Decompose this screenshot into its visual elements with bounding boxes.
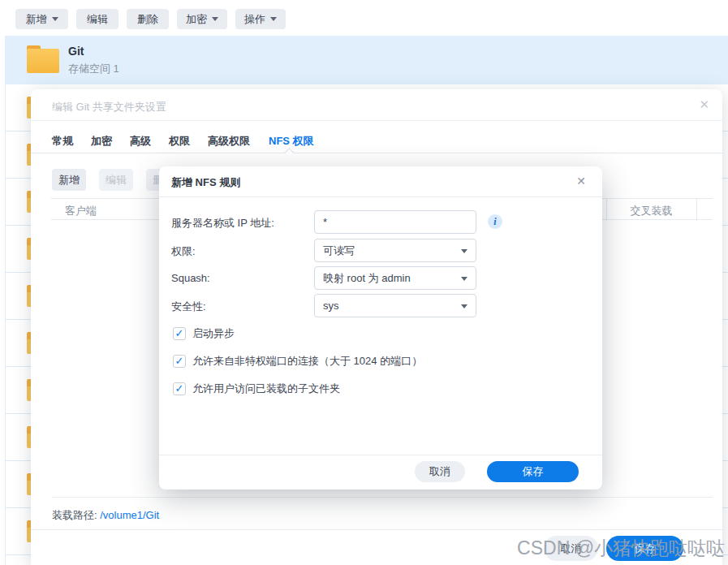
modal-save-button[interactable]: 保存 bbox=[487, 461, 579, 482]
chevron-down-icon bbox=[270, 17, 277, 21]
edit-button[interactable]: 编辑 bbox=[76, 9, 118, 29]
checkbox-check-icon: ✓ bbox=[173, 327, 186, 340]
privilege-select-value: 可读写 bbox=[323, 244, 355, 258]
add-nfs-rule-modal: 新增 NFS 规则 ✕ 服务器名称或 IP 地址: i 权限: 可读写 Squa… bbox=[159, 166, 602, 490]
column-header-crossmnt[interactable]: 交叉装载 bbox=[606, 204, 696, 218]
mount-path-link[interactable]: /volume1/Git bbox=[100, 509, 159, 521]
dialog-save-button[interactable]: 保存 bbox=[606, 536, 683, 561]
crossmnt-checkbox[interactable]: ✓ 允许用户访问已装载的子文件夹 bbox=[173, 382, 340, 396]
chevron-down-icon bbox=[212, 17, 218, 21]
tab-advanced[interactable]: 高级 bbox=[130, 134, 151, 149]
folder-name: Git bbox=[68, 45, 84, 58]
tab-advanced-permission[interactable]: 高级权限 bbox=[208, 134, 250, 149]
nonprivileged-port-checkbox-label: 允许来自非特权端口的连接（大于 1024 的端口） bbox=[192, 354, 422, 369]
column-divider bbox=[696, 199, 697, 221]
folder-row-git[interactable]: Git 存储空间 1 bbox=[5, 36, 728, 84]
delete-button-label: 删除 bbox=[137, 12, 158, 27]
divider bbox=[52, 497, 713, 498]
privilege-select[interactable]: 可读写 bbox=[314, 239, 476, 262]
squash-label: Squash: bbox=[171, 272, 210, 284]
nfs-add-button[interactable]: 新增 bbox=[52, 169, 86, 191]
action-button[interactable]: 操作 bbox=[235, 9, 286, 29]
divider bbox=[159, 455, 602, 455]
mount-path: 装载路径: /volume1/Git bbox=[52, 508, 159, 523]
chevron-down-icon bbox=[461, 277, 467, 281]
tab-encrypt[interactable]: 加密 bbox=[91, 134, 112, 149]
column-header-client[interactable]: 客户端 bbox=[65, 204, 97, 218]
divider bbox=[31, 529, 722, 530]
tab-permission[interactable]: 权限 bbox=[169, 134, 190, 149]
nonprivileged-port-checkbox[interactable]: ✓ 允许来自非特权端口的连接（大于 1024 的端口） bbox=[173, 354, 422, 369]
security-label: 安全性: bbox=[171, 300, 206, 314]
security-select-value: sys bbox=[323, 300, 339, 312]
modal-cancel-button[interactable]: 取消 bbox=[415, 461, 465, 482]
dialog-cancel-button[interactable]: 取消 bbox=[544, 536, 598, 561]
info-icon[interactable]: i bbox=[488, 214, 502, 229]
encrypt-button-label: 加密 bbox=[186, 12, 207, 27]
tab-general[interactable]: 常规 bbox=[52, 134, 73, 149]
close-icon[interactable]: ✕ bbox=[699, 97, 709, 112]
nfs-edit-button[interactable]: 编辑 bbox=[99, 169, 133, 191]
create-button-label: 新增 bbox=[26, 12, 47, 27]
tab-nfs-permission[interactable]: NFS 权限 bbox=[269, 134, 314, 149]
modal-title: 新增 NFS 规则 bbox=[171, 175, 240, 190]
chevron-down-icon bbox=[461, 249, 467, 253]
folder-location: 存储空间 1 bbox=[68, 62, 119, 76]
mount-path-label: 装载路径: bbox=[52, 509, 97, 521]
async-checkbox[interactable]: ✓ 启动异步 bbox=[173, 326, 235, 341]
server-ip-label: 服务器名称或 IP 地址: bbox=[171, 216, 274, 231]
action-button-label: 操作 bbox=[244, 12, 265, 27]
tab-bar: 常规 加密 高级 权限 高级权限 NFS 权限 bbox=[31, 132, 722, 153]
edit-button-label: 编辑 bbox=[87, 12, 108, 27]
folder-icon bbox=[27, 45, 59, 73]
privilege-label: 权限: bbox=[171, 244, 196, 259]
divider bbox=[159, 196, 602, 197]
checkbox-check-icon: ✓ bbox=[173, 382, 186, 395]
security-select[interactable]: sys bbox=[314, 294, 476, 317]
squash-select[interactable]: 映射 root 为 admin bbox=[314, 266, 476, 290]
dialog-title: 编辑 Git 共享文件夹设置 bbox=[52, 100, 166, 114]
async-checkbox-label: 启动异步 bbox=[192, 326, 235, 341]
chevron-down-icon bbox=[461, 304, 467, 308]
crossmnt-checkbox-label: 允许用户访问已装载的子文件夹 bbox=[192, 382, 340, 396]
create-button[interactable]: 新增 bbox=[15, 9, 68, 29]
server-ip-input[interactable] bbox=[314, 210, 476, 234]
main-toolbar: 新增 编辑 删除 加密 操作 bbox=[0, 0, 728, 36]
delete-button[interactable]: 删除 bbox=[127, 9, 169, 29]
encrypt-button[interactable]: 加密 bbox=[177, 9, 227, 29]
squash-select-value: 映射 root 为 admin bbox=[323, 271, 411, 286]
divider bbox=[31, 120, 722, 121]
checkbox-check-icon: ✓ bbox=[173, 355, 186, 368]
close-icon[interactable]: ✕ bbox=[576, 175, 586, 188]
chevron-down-icon bbox=[52, 17, 58, 21]
